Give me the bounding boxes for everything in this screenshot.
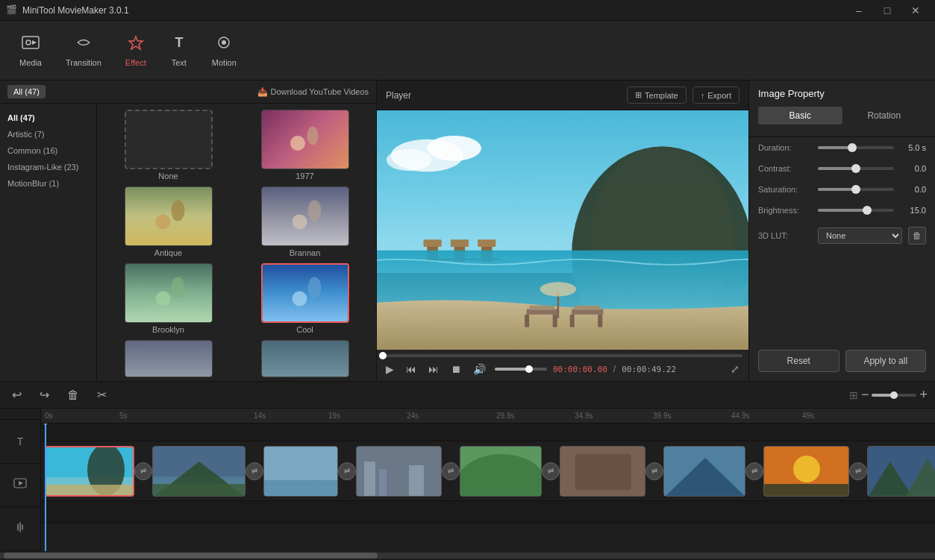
clip-7[interactable] (663, 446, 745, 497)
tab-basic[interactable]: Basic (758, 107, 842, 125)
clip-6[interactable] (560, 446, 645, 497)
duration-slider[interactable] (818, 146, 894, 149)
toolbar-text[interactable]: T Text (158, 28, 200, 73)
saturation-slider[interactable] (818, 188, 894, 191)
lut-select[interactable]: None (818, 227, 902, 244)
svg-rect-21 (423, 239, 441, 247)
transition-6[interactable]: ⇌ (645, 462, 663, 480)
template-button[interactable]: ⊞ Template (627, 86, 687, 104)
fullscreen-button[interactable]: ⤢ (728, 362, 742, 377)
text-icon: T (170, 34, 188, 55)
filter-all[interactable]: All (47) (7, 85, 46, 98)
export-button[interactable]: ↑ Export (692, 86, 739, 104)
brightness-fill (818, 209, 867, 212)
timeline-track-icons: T (0, 409, 41, 551)
toolbar-effect[interactable]: Effect (113, 28, 158, 73)
effect-antique[interactable]: Antique (103, 186, 234, 257)
effect-brooklyn[interactable]: Brooklyn (103, 263, 234, 334)
svg-text:T: T (175, 35, 183, 50)
tab-rotation[interactable]: Rotation (842, 107, 927, 125)
app-icon: 🎬 (6, 4, 18, 16)
motion-icon (215, 34, 233, 55)
lut-delete-button[interactable]: 🗑 (908, 227, 926, 245)
clip-9[interactable] (867, 446, 935, 497)
clip-3[interactable] (263, 446, 338, 497)
undo-button[interactable]: ↩ (7, 386, 26, 403)
maximize-button[interactable]: □ (874, 0, 901, 21)
player-header: Player ⊞ Template ↑ Export (377, 81, 748, 110)
motion-label: Motion (212, 58, 237, 67)
toolbar-transition[interactable]: Transition (54, 28, 113, 73)
transition-2[interactable]: ⇌ (246, 462, 263, 480)
download-youtube-button[interactable]: 📥 Download YouTube Videos (257, 87, 369, 97)
next-button[interactable]: ⏭ (425, 362, 442, 377)
prev-button[interactable]: ⏮ (403, 362, 419, 377)
clip-2[interactable] (152, 446, 246, 497)
effect-1977[interactable]: 1977 (240, 110, 370, 180)
volume-button[interactable]: 🔊 (470, 362, 489, 377)
effect-brooklyn-thumb (125, 263, 213, 323)
effect-cool[interactable]: Cool (240, 263, 370, 334)
volume-fill (495, 368, 529, 371)
contrast-slider[interactable] (818, 167, 894, 170)
effect-brannan[interactable]: Brannan (240, 186, 370, 257)
zoom-slider[interactable] (872, 394, 916, 397)
duration-row: Duration: 5.0 s (749, 137, 935, 158)
svg-rect-34 (570, 315, 575, 327)
transition-3[interactable]: ⇌ (338, 462, 356, 480)
close-button[interactable]: ✕ (902, 0, 929, 21)
cut-button[interactable]: ✂ (93, 386, 111, 403)
toolbar-motion[interactable]: Motion (200, 28, 248, 73)
clip-1[interactable] (45, 446, 134, 497)
category-motionblur[interactable]: MotionBlur (1) (0, 175, 96, 192)
zoom-out-button[interactable]: − (861, 387, 869, 403)
effect-none[interactable]: None (103, 110, 234, 180)
transition-7[interactable]: ⇌ (745, 462, 763, 480)
clip-8[interactable] (763, 446, 849, 497)
time-total: 00:00:49.22 (622, 365, 676, 374)
clip-4[interactable] (356, 446, 442, 497)
clip-5[interactable] (460, 446, 542, 497)
svg-point-15 (292, 292, 307, 306)
contrast-row: Contrast: 0.0 (749, 158, 935, 179)
reset-button[interactable]: Reset (758, 350, 839, 372)
brightness-slider[interactable] (818, 209, 894, 212)
svg-point-9 (155, 215, 170, 230)
category-artistic[interactable]: Artistic (7) (0, 126, 96, 142)
svg-rect-59 (575, 454, 631, 490)
stop-button[interactable]: ⏹ (448, 362, 464, 377)
svg-rect-49 (153, 484, 246, 497)
playhead[interactable] (45, 424, 46, 551)
redo-button[interactable]: ↪ (35, 386, 54, 403)
effect-cool-thumb (261, 263, 349, 323)
effect-extra2[interactable] (240, 340, 370, 377)
effect-extra1[interactable] (103, 340, 234, 377)
volume-slider[interactable] (495, 368, 547, 371)
category-instagram[interactable]: Instagram-Like (23) (0, 159, 96, 175)
zoom-in-button[interactable]: + (919, 387, 928, 403)
svg-point-7 (290, 136, 305, 151)
transition-1[interactable]: ⇌ (134, 462, 152, 480)
delete-button[interactable]: 🗑 (63, 387, 84, 403)
titlebar: 🎬 MiniTool MovieMaker 3.0.1 – □ ✕ (0, 0, 935, 21)
effect-none-thumb (125, 110, 213, 169)
progress-bar[interactable] (383, 354, 742, 357)
timeline-scrollbar[interactable] (0, 553, 935, 559)
video-icon (13, 476, 27, 493)
toolbar-media[interactable]: Media (7, 28, 54, 73)
category-common[interactable]: Common (16) (0, 142, 96, 159)
apply-all-button[interactable]: Apply to all (845, 350, 927, 372)
svg-point-6 (222, 40, 226, 45)
svg-rect-35 (598, 315, 602, 327)
transition-8[interactable]: ⇌ (849, 462, 867, 480)
transition-4[interactable]: ⇌ (442, 462, 460, 480)
svg-point-13 (155, 292, 170, 306)
ruler-mark-14: 14s (254, 412, 266, 420)
player-panel: Player ⊞ Template ↑ Export (377, 81, 748, 381)
scrollbar-thumb[interactable] (4, 553, 378, 559)
play-button[interactable]: ▶ (383, 362, 397, 377)
transition-5[interactable]: ⇌ (542, 462, 560, 480)
audio-track-icon (0, 507, 40, 551)
minimize-button[interactable]: – (845, 0, 872, 21)
category-all[interactable]: All (47) (0, 110, 96, 126)
